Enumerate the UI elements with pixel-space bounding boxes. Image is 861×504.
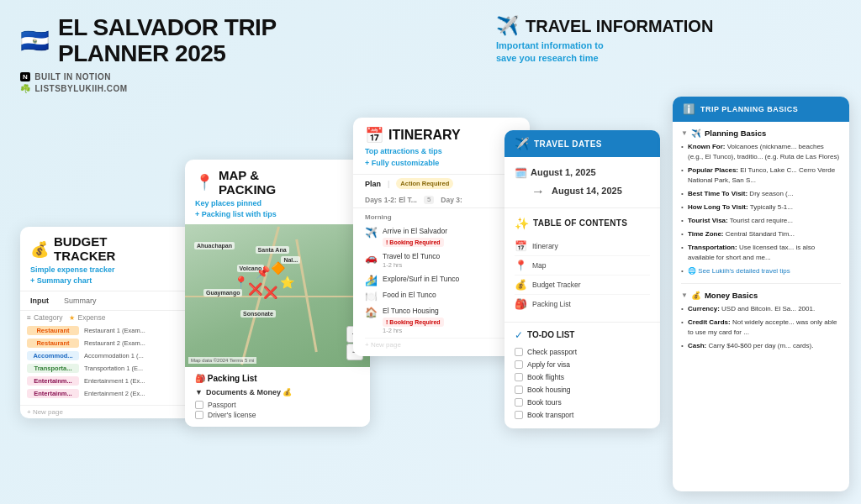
- map-attribution: Map data ©2024 Terms 5 mi: [188, 357, 256, 364]
- planning-airplane-icon: ✈️: [691, 129, 701, 138]
- todo-title: TO-DO LIST: [527, 330, 574, 339]
- map-pin-emoji: 📍: [195, 173, 214, 192]
- budget-expense: Entertainment 1 (Ex...: [84, 377, 190, 385]
- map-pin-blue: 📌: [256, 265, 270, 279]
- main-title-line1: EL SALVADOR TRIP: [58, 15, 277, 41]
- planning-item-tips-link[interactable]: 🌐 See Lukiih's detailed travel tips: [681, 266, 841, 276]
- todo-item-transport: Book transport: [515, 409, 650, 422]
- planning-section-title: ▼ ✈️ Planning Basics: [681, 129, 841, 138]
- itinerary-days-header: Days 1-2: El T... 5 Day 3:: [353, 192, 530, 208]
- travel-info-subtitle: Important information to save you resear…: [496, 39, 841, 66]
- checkbox-flights[interactable]: [515, 373, 523, 381]
- todo-item-label: Book transport: [527, 411, 573, 419]
- expand-icon-planning[interactable]: ▼: [681, 129, 688, 137]
- toc-item-budget[interactable]: 💰 Budget Tracker: [515, 276, 650, 295]
- planning-item-visa: Tourist Visa: Tourist card require...: [681, 216, 841, 226]
- surf-label: Explore/Surf in El Tunco: [383, 275, 518, 284]
- packing-list-section: 🎒 Packing List ▼ Documents & Money 💰 Pas…: [185, 367, 370, 427]
- city-label-guaymango: Guaymango: [203, 289, 242, 297]
- checkbox-visa[interactable]: [515, 360, 523, 369]
- category-icon: ≡: [27, 313, 31, 322]
- itinerary-header: 📅 ITINERARY Top attractions & tips + Ful…: [353, 118, 530, 174]
- map-subtitle: Key places pinned + Packing list with ti…: [195, 198, 360, 219]
- category-badge: Entertainm...: [27, 389, 79, 398]
- budget-title-row: 💰 BUDGET TRACKER: [30, 235, 187, 263]
- planning-item-cash: Cash: Carry $40-$60 per day (m... cards)…: [681, 341, 841, 351]
- checkbox-tours[interactable]: [515, 398, 523, 407]
- built-in-notion: N BUILT IN NOTION: [20, 72, 306, 81]
- budget-tabs: Input Summary: [20, 291, 197, 311]
- toc-item-itinerary[interactable]: 📅 Itinerary: [515, 237, 650, 256]
- todo-header: ✓ TO-DO LIST: [515, 329, 650, 341]
- money-section-label: Money Basics: [705, 291, 758, 300]
- date-end: August 14, 2025: [552, 184, 622, 199]
- budget-table-header: ≡ Category ★ Expense: [20, 311, 197, 324]
- budget-tracker-card: 💰 BUDGET TRACKER Simple expense tracker …: [20, 227, 197, 418]
- map-pin-x2: ❌: [263, 286, 277, 299]
- toc-item-label: Budget Tracker: [532, 281, 581, 289]
- toc-header: ✨ TABLE OF CONTENTS: [515, 217, 650, 230]
- checkbox-license[interactable]: [195, 411, 203, 419]
- planning-item-popular: Popular Places: El Tunco, Lake C... Cerr…: [681, 165, 841, 186]
- nav-plan[interactable]: Plan: [365, 180, 381, 188]
- budget-title-block: BUDGET TRACKER: [54, 235, 115, 263]
- subtitle-row: N BUILT IN NOTION ☘️ LISTSBYLUKIIH.COM: [20, 72, 306, 93]
- travel-date-end-row: → August 14, 2025: [515, 184, 650, 199]
- action-required-badge[interactable]: Action Required: [396, 178, 453, 189]
- planning-item-best-time: Best Time To Visit: Dry season (...: [681, 189, 841, 199]
- day-count-1: 5: [424, 196, 434, 204]
- housing-duration: 1-2 hrs: [383, 327, 518, 335]
- planning-item-currency: Currency: USD and Bitcoin. El Sa... 2001…: [681, 304, 841, 314]
- budget-tab-input[interactable]: Input: [27, 295, 52, 307]
- todo-section: ✓ TO-DO LIST Check passport Apply for vi…: [504, 322, 660, 428]
- itinerary-new-page[interactable]: + New page: [365, 338, 518, 351]
- travel-dates-body: 🗓️ August 1, 2025 → August 14, 2025: [504, 157, 660, 207]
- money-section-title: ▼ 💰 Money Basics: [681, 291, 841, 300]
- main-container: 🇸🇻 EL SALVADOR TRIP PLANNER 2025 N BUILT…: [0, 0, 861, 504]
- packing-category: ▼ Documents & Money 💰: [195, 388, 360, 396]
- travel-info-title: TRAVEL INFORMATION: [526, 17, 713, 36]
- checkbox-transport[interactable]: [515, 411, 523, 419]
- list-item: Transporta... Transportation 1 (E...: [27, 362, 190, 375]
- toc-item-packing[interactable]: 🎒 Packing List: [515, 295, 650, 313]
- budget-col-expense: ★ Expense: [69, 313, 105, 322]
- website-row: ☘️ LISTSBYLUKIIH.COM: [20, 84, 306, 93]
- toc-item-map[interactable]: 📍 Map: [515, 256, 650, 276]
- triangle-expand-icon[interactable]: ▼: [195, 388, 203, 396]
- planning-divider: [681, 283, 841, 284]
- map-header: 📍 MAP & PACKING Key places pinned + Pack…: [185, 160, 370, 224]
- planning-item-timezone: Time Zone: Central Standard Tim...: [681, 229, 841, 239]
- arrive-text: Arrive in El Salvador !Booking Required: [383, 227, 518, 247]
- budget-expense: Entertainment 2 (Ex...: [84, 390, 190, 397]
- main-title-block: EL SALVADOR TRIP PLANNER 2025: [58, 15, 277, 67]
- toc-packing-icon: 🎒: [515, 298, 527, 310]
- todo-item-label: Check passport: [527, 348, 577, 356]
- checkbox-housing-todo[interactable]: [515, 386, 523, 394]
- expand-icon-money[interactable]: ▼: [681, 291, 688, 299]
- star-icon: ★: [69, 314, 75, 322]
- checkbox-passport-todo[interactable]: [515, 348, 523, 356]
- packing-item-passport: Passport: [195, 400, 360, 410]
- housing-label: El Tunco Housing: [383, 307, 518, 316]
- date-start: August 1, 2025: [531, 165, 596, 181]
- checkbox-passport[interactable]: [195, 401, 203, 409]
- category-badge: Transporta...: [27, 364, 79, 373]
- budget-col-category: ≡ Category: [27, 313, 62, 322]
- budget-rows: Restaurant Restaurant 1 (Exam... Restaur…: [20, 324, 197, 405]
- itinerary-body: Morning ✈️ Arrive in El Salvador !Bookin…: [353, 208, 530, 356]
- packing-item-label: Driver's license: [208, 411, 256, 419]
- toc-itinerary-icon: 📅: [515, 240, 527, 252]
- packing-category-label: Documents & Money 💰: [206, 388, 293, 396]
- website-label: LISTSBYLUKIIH.COM: [35, 84, 128, 93]
- map-image-area[interactable]: Ahuachapan Santa Ana Volcano Guaymango S…: [185, 224, 370, 367]
- itinerary-nav: Plan | Action Required: [353, 174, 530, 192]
- clover-icon: ☘️: [20, 84, 31, 93]
- budget-new-page[interactable]: + New page: [20, 405, 197, 418]
- food-icon: 🍽️: [365, 291, 378, 302]
- arrive-icon: ✈️: [365, 228, 378, 238]
- list-item: Restaurant Restaurant 1 (Exam...: [27, 324, 190, 337]
- budget-tab-summary[interactable]: Summary: [61, 295, 100, 307]
- surf-text: Explore/Surf in El Tunco: [383, 275, 518, 284]
- travel-car-icon: 🚗: [365, 253, 378, 263]
- travel-duration: 1-2 hrs: [383, 261, 518, 270]
